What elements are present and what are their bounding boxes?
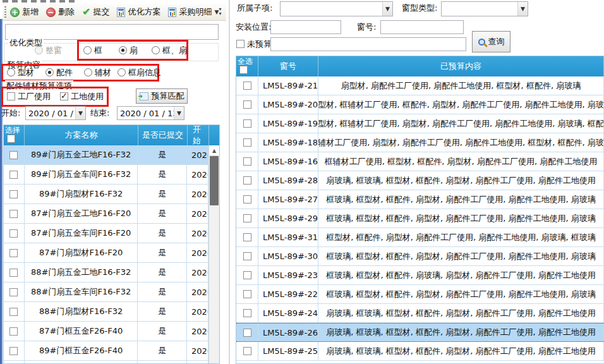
start-date-picker[interactable]: 2020 / 01 / 1 ▼ bbox=[25, 106, 86, 120]
optimization-plan-label: 优化方案 bbox=[128, 6, 160, 18]
table-row[interactable]: LM5L-89#-25F23 扇玻璃, 框玻璃, 框型材, 框配件, 扇型材, … bbox=[236, 342, 604, 361]
row-checkbox[interactable] bbox=[243, 119, 251, 128]
table-row[interactable]: LM5L-89#-27F25 框玻璃, 框型材, 框配件, 扇型材, 扇配件工厂… bbox=[236, 190, 604, 209]
table-row[interactable]: 87#门扇五金工地F16-F20 是 2020/0 bbox=[4, 204, 208, 224]
row-checkbox[interactable] bbox=[243, 290, 251, 298]
row-checkbox[interactable] bbox=[9, 327, 18, 336]
start-header[interactable]: 开始 bbox=[188, 125, 209, 145]
row-checkbox[interactable] bbox=[243, 176, 251, 185]
row-checkbox[interactable] bbox=[243, 157, 251, 166]
select-all-checkbox[interactable] bbox=[239, 66, 248, 74]
table-row[interactable]: LM5L-89#-21F19 扇型材, 扇配件工厂使用, 扇配件工地使用, 框型… bbox=[236, 76, 604, 95]
checkbox-factory-use[interactable]: 工厂使用 bbox=[7, 92, 51, 100]
sub-item-combobox[interactable]: ▼ bbox=[280, 1, 393, 16]
radio-profile[interactable]: 型材 bbox=[7, 68, 34, 76]
radio-frame[interactable]: 框 bbox=[83, 46, 102, 54]
submitted-header[interactable]: 是否已提交 bbox=[138, 125, 188, 145]
radio-icon bbox=[35, 46, 43, 54]
table-row[interactable]: LM5L-89#-28F26 扇玻璃, 框玻璃, 框型材, 框配件, 扇型材, … bbox=[236, 171, 604, 190]
toolbar-overflow-button[interactable]: ▾ ▾ bbox=[215, 5, 225, 18]
table-row[interactable]: 88#门扇型材F16-F32 是 2020/0 bbox=[4, 302, 208, 322]
table-row[interactable]: LM5L-89#-22F20 框玻璃, 框型材, 框配件, 扇型材, 扇配件工厂… bbox=[236, 285, 604, 304]
no-budget-checkbox[interactable]: 未预算: bbox=[236, 40, 274, 48]
no-budget-input[interactable] bbox=[270, 37, 466, 51]
row-checkbox[interactable] bbox=[243, 195, 251, 203]
table-row[interactable]: 87#门扇型材F16-F20 是 2020/0 bbox=[4, 243, 208, 263]
start-date-label: 开始: bbox=[1, 106, 20, 120]
radio-frame-sash[interactable]: 框、扇 bbox=[152, 46, 187, 54]
row-checkbox[interactable] bbox=[243, 309, 251, 317]
table-row[interactable]: LM5L-89#-29F27 框玻璃, 框型材, 框配件, 扇型材, 扇配件工厂… bbox=[236, 209, 604, 228]
delete-button[interactable]: − 删除 bbox=[44, 5, 77, 19]
radio-accessory[interactable]: 配件 bbox=[45, 68, 73, 76]
window-no-input[interactable] bbox=[380, 20, 464, 34]
scrollbar-up-arrow[interactable]: ▲ bbox=[209, 145, 219, 156]
radio-auxiliary[interactable]: 辅材 bbox=[84, 68, 111, 76]
table-row[interactable]: 87#门框五金F26-F40 是 2020/0 bbox=[4, 322, 208, 341]
end-date-picker[interactable]: 2020 / 01 / 13 ▼ bbox=[117, 106, 184, 120]
table-row[interactable]: 88#门扇五金工地F16-F32 是 2020/0 bbox=[4, 263, 208, 282]
radio-sash[interactable]: 扇 bbox=[119, 46, 138, 54]
row-checkbox[interactable] bbox=[243, 347, 251, 355]
table-row[interactable]: 89#门扇五金车间F16-F32 是 2020/0 bbox=[4, 165, 208, 185]
table-row[interactable]: 89#门扇型材F16-F32 是 2020/0 bbox=[4, 185, 208, 204]
select-all-checkbox[interactable] bbox=[7, 135, 15, 143]
plan-name-header[interactable]: 方案名称 bbox=[25, 125, 138, 145]
window-type-combobox[interactable]: ▼ bbox=[441, 1, 528, 16]
row-checkbox[interactable] bbox=[9, 347, 18, 355]
row-checkbox[interactable] bbox=[243, 329, 251, 337]
table-row[interactable]: 89#门扇五金工地F16-F32 是 2020/0 bbox=[4, 145, 208, 165]
row-checkbox[interactable] bbox=[9, 190, 18, 198]
budgeted-content-cell: 框玻璃, 框型材, 框配件, 扇玻璃, 扇型材, 扇配件工厂使用, 扇配件工地使… bbox=[318, 266, 604, 284]
budget-match-button[interactable]: 预算匹配 bbox=[136, 88, 188, 104]
table-row[interactable]: LM5L-89#-16F15 框辅材工厂使用, 框型材, 框配件, 扇型材, 扇… bbox=[236, 152, 604, 171]
vertical-scrollbar[interactable]: ▲ bbox=[208, 145, 219, 363]
toolbar-grip-handle[interactable] bbox=[4, 6, 6, 18]
panel-splitter[interactable] bbox=[229, 0, 230, 364]
delete-button-label: 删除 bbox=[58, 6, 75, 18]
spreadsheet-icon bbox=[117, 8, 125, 17]
budgeted-content-header[interactable]: 已预算内容 bbox=[318, 56, 604, 76]
table-row[interactable]: LM5L-89#-18F16 框辅材工厂使用, 扇型材, 扇配件工厂使用, 扇配… bbox=[236, 133, 604, 152]
row-checkbox[interactable] bbox=[9, 210, 18, 218]
table-row[interactable]: LM5L-89#-31F29 框型材, 框配件, 扇型材, 扇配件工厂使用, 扇… bbox=[236, 228, 604, 247]
table-row[interactable]: LM5L-89#-30F28 框玻璃, 框型材, 框配件, 扇型材, 扇配件工厂… bbox=[236, 247, 604, 266]
chevron-down-icon[interactable]: ▼ bbox=[517, 2, 528, 16]
table-row[interactable]: LM5L-89#-20F18 框型材, 框辅材工厂使用, 框配件, 扇型材, 扇… bbox=[236, 95, 604, 114]
table-row[interactable]: LM5L-89#-26F24 扇玻璃, 框玻璃, 框型材, 框配件, 扇型材, … bbox=[236, 323, 604, 342]
row-checkbox[interactable] bbox=[243, 271, 251, 279]
row-checkbox[interactable] bbox=[9, 171, 18, 179]
row-checkbox[interactable] bbox=[9, 249, 18, 257]
table-row[interactable]: 89#门框五金F26-F40 是 2020/0 bbox=[4, 341, 208, 361]
install-position-input[interactable] bbox=[270, 20, 341, 34]
chevron-down-icon[interactable]: ▼ bbox=[174, 107, 184, 119]
scrollbar-thumb[interactable] bbox=[210, 156, 219, 205]
chevron-down-icon[interactable]: ▼ bbox=[382, 2, 392, 16]
submit-button[interactable]: ✔ 提交 bbox=[80, 5, 112, 19]
row-checkbox[interactable] bbox=[9, 308, 18, 316]
row-checkbox[interactable] bbox=[243, 233, 251, 241]
row-checkbox[interactable] bbox=[243, 100, 251, 109]
purchase-detail-button[interactable]: 采购明细 ▼ bbox=[166, 5, 221, 19]
optimization-plan-button[interactable]: 优化方案 bbox=[114, 5, 163, 19]
row-checkbox[interactable] bbox=[243, 138, 251, 147]
row-checkbox[interactable] bbox=[9, 229, 18, 238]
row-checkbox[interactable] bbox=[243, 82, 251, 90]
table-row[interactable]: LM5L-89#-19F17 框型材, 框辅材工厂使用, 扇型材, 扇配件工厂使… bbox=[236, 114, 604, 133]
window-no-header[interactable]: 窗号 bbox=[258, 56, 318, 76]
table-row[interactable]: LM5L-89#-23F21 框玻璃, 框型材, 框配件, 扇玻璃, 扇型材, … bbox=[236, 266, 604, 285]
row-checkbox[interactable] bbox=[9, 288, 18, 296]
checkbox-site-use[interactable]: 工地使用 bbox=[60, 92, 104, 100]
table-row[interactable]: 88#门框五金F21-F40 是 2020/0 bbox=[4, 361, 208, 363]
table-row[interactable]: LM5L-89#-24F22 扇玻璃, 框玻璃, 框型材, 框配件, 扇型材, … bbox=[236, 304, 604, 323]
radio-frame-sash-info[interactable]: 框扇信息 bbox=[118, 68, 161, 76]
add-button[interactable]: + 新增 bbox=[8, 5, 41, 19]
row-checkbox[interactable] bbox=[9, 269, 18, 277]
row-checkbox[interactable] bbox=[9, 151, 18, 159]
row-checkbox[interactable] bbox=[243, 214, 251, 222]
table-row[interactable]: 87#门扇五金车间F16-F20 是 2020/0 bbox=[4, 224, 208, 243]
query-button[interactable]: 查询 bbox=[472, 31, 510, 52]
table-row[interactable]: 88#门扇五金车间F16-F32 是 2020/0 bbox=[4, 282, 208, 302]
chevron-down-icon[interactable]: ▼ bbox=[75, 107, 85, 119]
row-checkbox[interactable] bbox=[243, 252, 251, 260]
